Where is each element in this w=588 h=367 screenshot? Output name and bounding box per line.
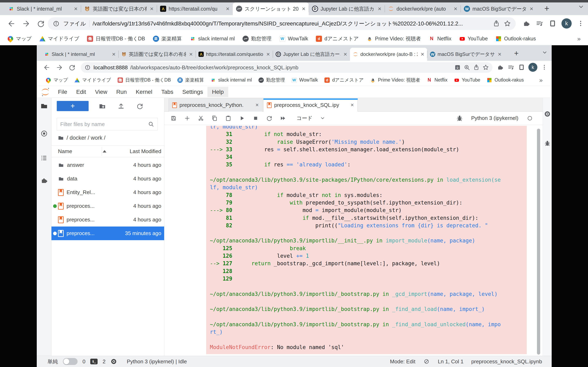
browser-tab[interactable]: WmacOS BigSurでデータサイ× bbox=[427, 48, 504, 61]
close-icon[interactable]: × bbox=[453, 6, 458, 12]
add-cell-icon[interactable] bbox=[184, 115, 191, 122]
notification-mute-icon[interactable] bbox=[423, 358, 430, 365]
bookmark-item[interactable]: 働日報管理DB - 働くDB bbox=[87, 35, 145, 42]
kernels-count[interactable]: 2 bbox=[103, 359, 105, 365]
simple-mode-toggle[interactable] bbox=[63, 358, 78, 365]
bookmark-item[interactable]: マップ bbox=[46, 77, 68, 83]
bookmark-item[interactable]: Outlook-rakus bbox=[487, 77, 524, 83]
new-folder-icon[interactable] bbox=[98, 102, 106, 110]
extensions-icon[interactable] bbox=[497, 64, 504, 71]
debugger-bug-icon[interactable] bbox=[456, 115, 463, 122]
bookmark-item[interactable]: 楽楽楽精算 bbox=[177, 77, 204, 83]
tab-search-chevron-icon[interactable] bbox=[577, 3, 585, 11]
bookmark-item[interactable]: slack internal ml bbox=[190, 36, 235, 42]
avatar[interactable]: k bbox=[562, 18, 572, 29]
breadcrumb[interactable]: / docker / work / bbox=[58, 134, 105, 141]
new-tab-icon[interactable]: + bbox=[514, 49, 519, 58]
terminal-icon[interactable]: $_ bbox=[90, 359, 98, 364]
bookmark-item[interactable]: Outlook-rakus bbox=[495, 36, 536, 42]
running-sessions-icon[interactable] bbox=[40, 129, 48, 138]
close-icon[interactable]: × bbox=[420, 51, 425, 57]
browser-tab[interactable]: スクリーンショット 202× bbox=[233, 2, 309, 15]
home-folder-icon[interactable] bbox=[58, 134, 64, 141]
close-icon[interactable]: × bbox=[301, 6, 306, 12]
bookmark-item[interactable]: ddアニメストア bbox=[324, 77, 364, 83]
forward-icon[interactable] bbox=[22, 19, 31, 28]
cell-type-dropdown[interactable]: コード bbox=[296, 115, 312, 122]
filter-files-input[interactable] bbox=[60, 121, 148, 127]
cursor-position[interactable]: Ln 1, Col 1 bbox=[438, 359, 463, 365]
toc-icon[interactable] bbox=[40, 154, 48, 162]
file-row[interactable]: Entity_Rel...4 hours ago bbox=[52, 185, 164, 199]
menu-item-file[interactable]: File bbox=[53, 87, 72, 97]
files-icon[interactable] bbox=[40, 102, 48, 110]
reading-list-icon[interactable] bbox=[518, 64, 525, 71]
refresh-icon[interactable] bbox=[136, 102, 144, 110]
bookmarks-overflow-icon[interactable]: » bbox=[577, 35, 581, 42]
upload-icon[interactable] bbox=[117, 102, 125, 110]
save-icon[interactable] bbox=[170, 115, 177, 122]
close-icon[interactable]: × bbox=[188, 51, 194, 57]
reload-icon[interactable] bbox=[68, 64, 76, 71]
back-icon[interactable] bbox=[7, 19, 16, 28]
browser-tab[interactable]: docker/work/pre (auto× bbox=[385, 2, 461, 15]
bookmark-item[interactable]: WWowTalk bbox=[279, 36, 308, 42]
terminals-count[interactable]: 0 bbox=[82, 359, 85, 365]
column-name[interactable]: Name bbox=[58, 148, 72, 155]
menu-item-run[interactable]: Run bbox=[112, 87, 131, 97]
bookmark-item[interactable]: 働日報管理DB - 働くDB bbox=[118, 77, 171, 83]
document-tab[interactable]: preprocess_knock_Python.× bbox=[169, 99, 263, 111]
share-icon[interactable] bbox=[473, 64, 480, 71]
bookmark-star-icon[interactable] bbox=[503, 20, 511, 27]
bookmark-item[interactable]: aPrime Video: 視聴者 bbox=[366, 35, 421, 42]
menu-item-kernel[interactable]: Kernel bbox=[131, 87, 157, 97]
restart-icon[interactable] bbox=[266, 115, 273, 122]
new-tab-icon[interactable]: + bbox=[544, 4, 549, 13]
bookmark-item[interactable]: NNetflix bbox=[429, 36, 451, 42]
omnibox[interactable]: localhost:8888/lab/workspaces/auto-B/tre… bbox=[81, 62, 493, 73]
menu-kebab-icon[interactable] bbox=[577, 19, 585, 27]
close-icon[interactable]: × bbox=[377, 6, 382, 12]
avatar[interactable]: k bbox=[528, 63, 537, 72]
file-row[interactable]: preproces...35 minutes ago bbox=[52, 226, 164, 240]
bookmark-item[interactable]: YouTube bbox=[454, 77, 480, 83]
bookmark-item[interactable]: 楽楽楽精算 bbox=[153, 35, 182, 42]
page-info-icon[interactable] bbox=[52, 20, 60, 27]
tab-search-chevron-icon[interactable] bbox=[541, 49, 548, 56]
bookmark-item[interactable]: マップ bbox=[7, 35, 32, 42]
notebook-content[interactable]: tr, module_str) 31 if not module_str: 32… bbox=[164, 125, 552, 356]
mode-indicator[interactable]: Mode: Edit bbox=[390, 359, 415, 365]
browser-tab[interactable]: DJupyter Lab に他言語カーネ× bbox=[273, 48, 350, 61]
bookmark-item[interactable]: YouTube bbox=[459, 36, 488, 42]
menu-item-help[interactable]: Help bbox=[208, 87, 228, 97]
reading-list-icon[interactable] bbox=[548, 19, 557, 27]
bookmarks-overflow-icon[interactable]: » bbox=[539, 77, 543, 83]
bookmark-item[interactable]: マイドライブ bbox=[39, 35, 79, 42]
kernel-status[interactable]: Python 3 (ipykernel) | Idle bbox=[127, 359, 187, 365]
zoom-icon[interactable] bbox=[463, 64, 470, 71]
browser-tab[interactable]: Slack | * internal_ml× bbox=[41, 48, 118, 61]
browser-tab[interactable]: docker/work/pre (auto-B : 2× bbox=[350, 48, 427, 61]
close-icon[interactable]: × bbox=[265, 51, 271, 57]
close-icon[interactable]: × bbox=[73, 6, 78, 12]
extensions-puzzle-icon[interactable] bbox=[40, 176, 48, 184]
kernel-sessions-icon[interactable] bbox=[111, 358, 117, 365]
settings-gear-icon[interactable] bbox=[544, 110, 551, 117]
browser-tab[interactable]: DJupyter Lab に他言語カ× bbox=[309, 2, 385, 15]
document-tab[interactable]: preprocess_knock_SQL.ipy× bbox=[263, 99, 358, 111]
menu-item-settings[interactable]: Settings bbox=[178, 87, 208, 97]
playlist-extension-icon[interactable] bbox=[507, 64, 515, 71]
bookmark-item[interactable]: 勤怠管理 bbox=[242, 35, 272, 42]
bookmark-item[interactable]: 勤怠管理 bbox=[259, 77, 285, 83]
new-launcher-button[interactable]: + bbox=[57, 101, 89, 111]
extensions-icon[interactable] bbox=[522, 19, 530, 27]
paste-icon[interactable] bbox=[225, 115, 232, 122]
run-all-icon[interactable] bbox=[279, 115, 286, 122]
browser-tab[interactable]: Λhttps://teratail.com/questio× bbox=[196, 48, 273, 61]
omnibox[interactable]: ファイル /var/folders/vg/1tr13rls67v4h6fmkdl… bbox=[48, 17, 516, 30]
file-row[interactable]: preproces...4 hours ago bbox=[52, 213, 164, 226]
browser-tab[interactable]: Λhttps://teratail.com/qu× bbox=[157, 2, 233, 15]
bookmark-item[interactable]: slack internal ml bbox=[210, 77, 252, 83]
scrollbar-thumb[interactable] bbox=[537, 129, 540, 355]
translate-icon[interactable]: 文 bbox=[454, 64, 461, 71]
